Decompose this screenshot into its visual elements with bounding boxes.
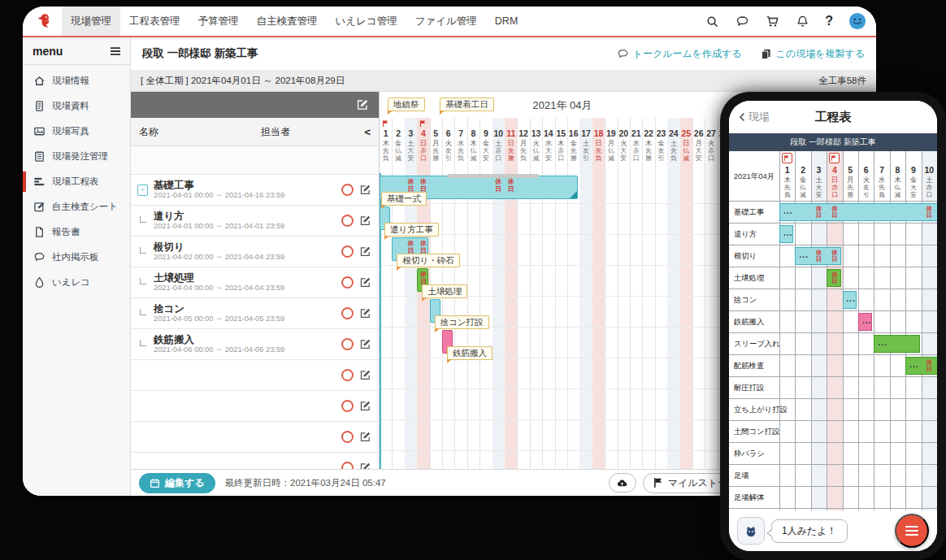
pencilsq-icon: [33, 201, 46, 213]
task-edit-icon[interactable]: [359, 400, 371, 412]
bar-label-tag[interactable]: 捨コン打設: [435, 315, 489, 329]
task-edit-icon[interactable]: [359, 369, 371, 381]
task-edit-icon[interactable]: [359, 431, 371, 443]
phone-back-button[interactable]: 現場: [739, 110, 770, 124]
nav-item-2[interactable]: 工程表管理: [120, 7, 189, 36]
task-row[interactable]: 根切り2021-04-02 00:00 ～ 2021-04-04 23:59: [131, 237, 379, 267]
nav-item-6[interactable]: ファイル管理: [406, 7, 486, 36]
task-status-circle[interactable]: [341, 245, 354, 258]
sidebar-item-file[interactable]: 報告書: [23, 219, 130, 245]
phone-day-rokuyo: 友引: [858, 184, 874, 198]
edit-list-icon[interactable]: [356, 98, 369, 111]
task-edit-icon[interactable]: [359, 307, 371, 319]
task-edit-icon[interactable]: [359, 276, 371, 289]
sidebar-item-pencilsq[interactable]: 自主検査シート: [23, 194, 130, 219]
collapse-task-icon[interactable]: −: [137, 184, 148, 196]
phone-gantt-bar[interactable]: ...: [779, 203, 937, 221]
rokuyo-char: 安: [811, 192, 827, 199]
task-period: 2021-04-05 00:00 ～ 2021-04-05 23:59: [154, 315, 336, 323]
holiday-char: 日: [811, 212, 827, 219]
bar-resize-handle[interactable]: [570, 191, 577, 198]
task-status-circle[interactable]: [341, 400, 354, 412]
day-header-1: 1木先負: [380, 118, 392, 171]
nav-item-3[interactable]: 予算管理: [189, 7, 248, 36]
task-row[interactable]: [131, 453, 379, 469]
nav-item-4[interactable]: 自主検査管理: [248, 7, 327, 36]
task-status-circle[interactable]: [341, 431, 354, 443]
task-edit-icon[interactable]: [359, 462, 371, 469]
task-edit-icon[interactable]: [359, 338, 371, 350]
user-avatar[interactable]: [848, 12, 866, 30]
sidebar-item-clip[interactable]: 現場発注管理: [23, 144, 130, 169]
milestone-tag[interactable]: 基礎着工日: [440, 98, 494, 111]
cart-icon[interactable]: [765, 14, 779, 28]
bar-label-tag[interactable]: 遣り方工事: [384, 223, 439, 237]
create-talkroom-link[interactable]: トークルームを作成する: [617, 47, 742, 61]
phone-project-title: 段取 一郎様邸 新築工事: [790, 137, 876, 148]
task-row[interactable]: 鉄筋搬入2021-04-06 00:00 ～ 2021-04-06 23:59: [131, 329, 379, 360]
cloud-upload-button[interactable]: [609, 473, 636, 493]
search-icon[interactable]: [705, 14, 719, 28]
help-icon[interactable]: ?: [825, 14, 833, 28]
day-header-6: 6火友引: [442, 118, 454, 171]
milestone-tag[interactable]: 地鎮祭: [388, 98, 425, 111]
chat-icon[interactable]: [735, 14, 749, 28]
day-rokuyo: 仏滅: [680, 148, 692, 162]
edit-schedule-button[interactable]: 編集する: [139, 473, 215, 493]
sidebar-item-doc[interactable]: 現場資料: [23, 93, 130, 119]
nav-item-1[interactable]: 現場管理: [62, 7, 120, 36]
task-row[interactable]: [131, 360, 379, 391]
day-header-24: 24土先負: [667, 118, 679, 171]
phone-day-weekday: 金: [795, 176, 810, 184]
phone-gantt-bar[interactable]: ...: [843, 291, 857, 309]
chevron-left-icon: [739, 112, 745, 122]
dandori-mascot-button[interactable]: [737, 517, 765, 545]
bar-label-tag[interactable]: 土壌処理: [422, 284, 467, 298]
task-row[interactable]: −基礎工事2021-04-01 00:00 ～ 2021-04-16 23:59: [131, 175, 379, 206]
hamburger-icon[interactable]: [109, 45, 122, 58]
task-row[interactable]: 遣り方2021-04-01 00:00 ～ 2021-04-01 23:59: [131, 206, 379, 237]
phone-task-name: 立ち上がり打設: [729, 399, 779, 421]
task-edit-icon[interactable]: [359, 215, 371, 227]
duplicate-site-link[interactable]: この現場を複製する: [760, 47, 865, 61]
sidebar-item-drop[interactable]: いえレコ: [23, 270, 130, 295]
phone-gantt-table: 2021年04月1木先負2金仏滅3土大安4日赤口5月先勝6火友引7水先負8木仏滅…: [729, 151, 937, 510]
sidebar-item-photo[interactable]: 現場写真: [23, 119, 130, 144]
phone-gantt-bar[interactable]: ...: [874, 335, 919, 353]
task-status-circle[interactable]: [341, 369, 354, 381]
menu-fab-button[interactable]: [895, 514, 929, 548]
task-row[interactable]: 捨コン2021-04-05 00:00 ～ 2021-04-05 23:59: [131, 298, 379, 329]
task-status-circle[interactable]: [341, 338, 354, 350]
sidebar-item-gantt[interactable]: 現場工程表: [23, 169, 130, 194]
task-row[interactable]: [131, 422, 379, 453]
bar-label-tag[interactable]: 根切り・砕石: [397, 254, 459, 267]
day-number: 25: [680, 128, 692, 139]
nav-item-5[interactable]: いえレコ管理: [327, 7, 406, 36]
phone-task-name: 足場: [729, 465, 779, 487]
sidebar-item-house[interactable]: 現場情報: [23, 68, 130, 93]
task-status-circle[interactable]: [341, 215, 354, 227]
collapse-panel-arrow[interactable]: <: [364, 126, 371, 138]
bar-label-tag[interactable]: 基礎一式: [381, 192, 427, 206]
holiday-char: 日: [827, 256, 842, 263]
task-status-circle[interactable]: [341, 462, 354, 469]
bar-label-tag[interactable]: 鉄筋搬入: [447, 346, 493, 360]
duplicate-site-label: この現場を複製する: [776, 47, 865, 61]
bell-icon[interactable]: [795, 14, 809, 28]
phone-gantt-bar[interactable]: ...: [858, 313, 872, 331]
task-row[interactable]: 土壌処理2021-04-04 00:00 ～ 2021-04-04 23:59: [131, 267, 379, 298]
task-edit-icon[interactable]: [359, 245, 371, 258]
task-status-circle[interactable]: [341, 184, 354, 196]
task-status-circle[interactable]: [341, 276, 354, 289]
rokuyo-char: 安: [542, 155, 554, 163]
task-edit-icon[interactable]: [359, 184, 371, 196]
task-status-circle[interactable]: [341, 307, 354, 319]
horizontal-scroll-indicator[interactable]: [447, 174, 539, 178]
app-logo-bird-icon[interactable]: [31, 9, 55, 33]
phone-gantt-bar[interactable]: ...: [779, 225, 793, 243]
day-number: 13: [530, 128, 542, 139]
sidebar-item-chat[interactable]: 社内掲示板: [23, 245, 130, 270]
day-flag-slot: [405, 118, 417, 128]
task-row[interactable]: [131, 391, 379, 422]
nav-item-7[interactable]: DRM: [486, 7, 527, 36]
